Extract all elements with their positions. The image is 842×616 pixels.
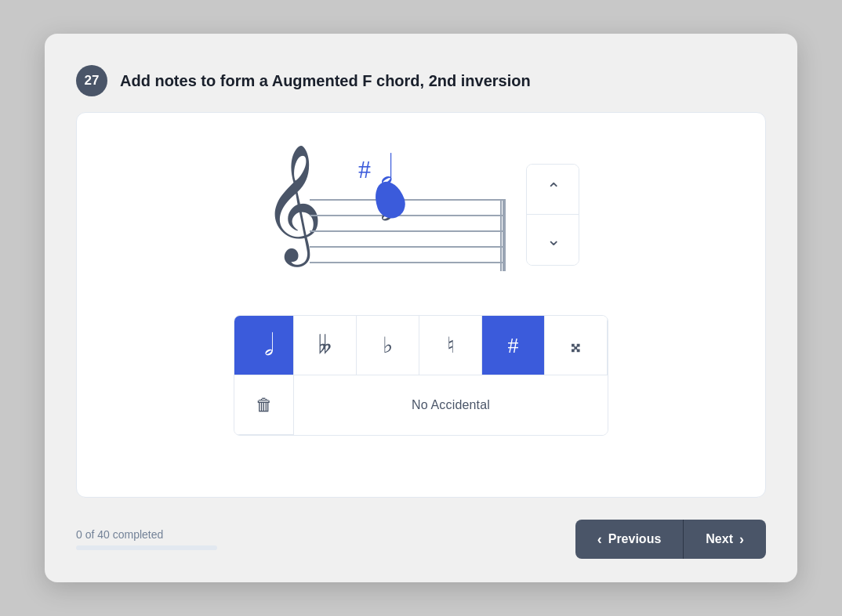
arrow-controls: ⌃ ⌄ bbox=[526, 164, 579, 266]
main-card: 𝄞 # 𝅗𝅥 𝅗𝅥 bbox=[76, 112, 766, 498]
drop-shape bbox=[370, 177, 409, 222]
next-label: Next bbox=[706, 532, 733, 546]
flat-button[interactable]: ♭ bbox=[357, 316, 419, 375]
footer: 0 of 40 completed ‹ Previous Next › bbox=[76, 520, 766, 559]
staff-lines bbox=[310, 199, 506, 277]
staff-bar bbox=[503, 199, 506, 271]
previous-label: Previous bbox=[608, 532, 662, 546]
staff-bar-thin bbox=[500, 199, 502, 271]
sharp-icon: # bbox=[508, 333, 519, 358]
question-number: 27 bbox=[76, 65, 107, 96]
trash-icon: 🗑 bbox=[256, 395, 273, 415]
delete-button[interactable]: 🗑 bbox=[234, 375, 294, 435]
nav-buttons: ‹ Previous Next › bbox=[575, 520, 766, 559]
previous-button[interactable]: ‹ Previous bbox=[575, 520, 684, 559]
arrow-down-button[interactable]: ⌄ bbox=[527, 215, 579, 265]
staff-container: 𝄞 # 𝅗𝅥 𝅗𝅥 bbox=[263, 136, 514, 293]
double-flat-button[interactable]: 𝄫 bbox=[294, 316, 357, 375]
main-window: 27 Add notes to form a Augmented F chord… bbox=[45, 34, 797, 582]
progress-bar-track bbox=[76, 545, 217, 550]
chevron-up-icon: ⌃ bbox=[546, 179, 561, 200]
chevron-right-icon: › bbox=[739, 531, 744, 548]
question-header: 27 Add notes to form a Augmented F chord… bbox=[76, 65, 766, 96]
staff-line-1 bbox=[310, 199, 506, 201]
staff-line-3 bbox=[310, 230, 506, 232]
staff-area: 𝄞 # 𝅗𝅥 𝅗𝅥 bbox=[108, 136, 734, 293]
sharp-button[interactable]: # bbox=[482, 316, 545, 375]
staff-line-2 bbox=[310, 215, 506, 216]
chevron-left-icon: ‹ bbox=[597, 531, 602, 548]
accidental-toolbar: 𝅗𝅥 𝄫 ♭ ♮ # 𝄪 🗑 bbox=[234, 315, 608, 436]
staff-line-4 bbox=[310, 246, 506, 248]
sharp-symbol: # bbox=[358, 155, 371, 184]
chevron-down-icon: ⌄ bbox=[546, 230, 561, 250]
no-accidental-button[interactable]: No Accidental bbox=[294, 375, 608, 435]
question-title: Add notes to form a Augmented F chord, 2… bbox=[120, 72, 531, 90]
progress-section: 0 of 40 completed bbox=[76, 528, 217, 550]
arrow-up-button[interactable]: ⌃ bbox=[527, 165, 579, 215]
flat-icon: ♭ bbox=[383, 332, 393, 358]
double-sharp-button[interactable]: 𝄪 bbox=[545, 316, 608, 375]
next-button[interactable]: Next › bbox=[684, 520, 766, 559]
whole-note-button[interactable]: 𝅗𝅥 bbox=[234, 316, 294, 375]
filled-note bbox=[376, 181, 404, 219]
double-flat-icon: 𝄫 bbox=[318, 332, 332, 358]
progress-text: 0 of 40 completed bbox=[76, 528, 217, 541]
staff-line-5 bbox=[310, 262, 506, 263]
natural-button[interactable]: ♮ bbox=[419, 316, 482, 375]
double-sharp-icon: 𝄪 bbox=[571, 332, 581, 358]
natural-icon: ♮ bbox=[447, 332, 455, 358]
